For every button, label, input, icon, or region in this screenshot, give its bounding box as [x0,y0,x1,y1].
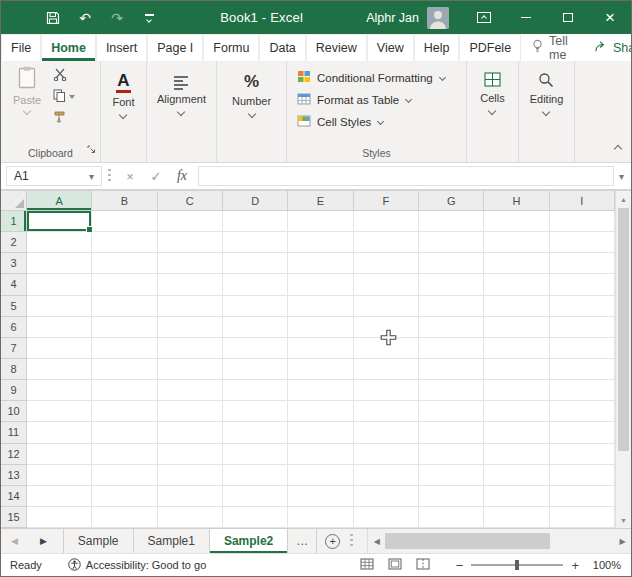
cell-B5[interactable] [92,296,157,317]
cell-A9[interactable] [27,380,92,401]
column-header-E[interactable]: E [288,191,353,211]
cell-E14[interactable] [288,486,353,507]
cell-F4[interactable] [354,274,419,295]
cell-H6[interactable] [484,317,549,338]
close-button[interactable]: × [589,1,631,34]
font-button[interactable]: A Font [112,66,134,118]
cell-G10[interactable] [419,401,484,422]
cell-E13[interactable] [288,465,353,486]
copy-button[interactable] [53,89,75,105]
tab-insert[interactable]: Insert [96,34,147,61]
sheet-tab-sample1[interactable]: Sample1 [134,529,210,553]
column-header-C[interactable]: C [158,191,223,211]
column-header-F[interactable]: F [354,191,419,211]
new-sheet-button[interactable]: + [325,529,340,553]
cell-C9[interactable] [158,380,223,401]
cell-I12[interactable] [550,444,615,465]
cell-G9[interactable] [419,380,484,401]
cell-E8[interactable] [288,359,353,380]
cell-B12[interactable] [92,444,157,465]
cell-H12[interactable] [484,444,549,465]
cell-H3[interactable] [484,253,549,274]
cell-H15[interactable] [484,507,549,528]
cell-F1[interactable] [354,211,419,232]
cell-G6[interactable] [419,317,484,338]
ribbon-display-options-button[interactable] [463,1,505,34]
cell-C14[interactable] [158,486,223,507]
horizontal-scrollbar[interactable]: ◀ ▶ [367,529,631,553]
cell-I7[interactable] [550,338,615,359]
cell-F15[interactable] [354,507,419,528]
zoom-out-button[interactable]: − [456,558,464,573]
column-header-A[interactable]: A [27,191,92,211]
cell-F6[interactable] [354,317,419,338]
paste-dropdown-icon[interactable] [23,107,31,115]
cell-C11[interactable] [158,422,223,443]
cell-B15[interactable] [92,507,157,528]
cell-H13[interactable] [484,465,549,486]
tab-file[interactable]: File [1,34,41,61]
cell-D5[interactable] [223,296,288,317]
page-break-view-icon[interactable] [416,558,430,572]
cell-G14[interactable] [419,486,484,507]
cell-A8[interactable] [27,359,92,380]
row-header-2[interactable]: 2 [1,232,27,253]
tab-review[interactable]: Review [306,34,367,61]
scroll-right-icon[interactable]: ▶ [614,537,631,546]
cell-A1[interactable] [27,211,92,232]
cell-F3[interactable] [354,253,419,274]
cell-C8[interactable] [158,359,223,380]
cell-F8[interactable] [354,359,419,380]
cell-A7[interactable] [27,338,92,359]
cell-H5[interactable] [484,296,549,317]
cell-B9[interactable] [92,380,157,401]
cell-G3[interactable] [419,253,484,274]
cell-I13[interactable] [550,465,615,486]
scroll-left-icon[interactable]: ◀ [368,537,385,546]
app-launcher-icon[interactable] [13,10,29,26]
cell-F10[interactable] [354,401,419,422]
column-header-H[interactable]: H [484,191,549,211]
vertical-scroll-track[interactable] [616,452,631,512]
cell-E1[interactable] [288,211,353,232]
cell-C6[interactable] [158,317,223,338]
cell-D2[interactable] [223,232,288,253]
redo-icon[interactable]: ↷ [109,10,125,26]
cell-C12[interactable] [158,444,223,465]
zoom-in-button[interactable]: + [571,558,579,573]
cell-I5[interactable] [550,296,615,317]
row-header-1[interactable]: 1 [1,211,27,232]
vertical-scroll-thumb[interactable] [618,208,629,451]
cell-G13[interactable] [419,465,484,486]
sheet-tab-overflow[interactable]: … [288,529,317,553]
cell-F2[interactable] [354,232,419,253]
cell-F7[interactable] [354,338,419,359]
zoom-slider[interactable] [471,564,563,566]
cell-F12[interactable] [354,444,419,465]
cell-D15[interactable] [223,507,288,528]
row-header-6[interactable]: 6 [1,317,27,338]
cell-A10[interactable] [27,401,92,422]
cell-F11[interactable] [354,422,419,443]
cell-G2[interactable] [419,232,484,253]
enter-button[interactable]: ✓ [143,163,169,189]
row-header-9[interactable]: 9 [1,380,27,401]
cell-B13[interactable] [92,465,157,486]
cell-styles-button[interactable]: Cell Styles [297,112,458,131]
cell-D8[interactable] [223,359,288,380]
row-header-8[interactable]: 8 [1,359,27,380]
cell-H2[interactable] [484,232,549,253]
cell-C3[interactable] [158,253,223,274]
formula-bar-drag-handle[interactable] [108,169,111,183]
cell-E4[interactable] [288,274,353,295]
cell-I6[interactable] [550,317,615,338]
sheet-tab-sample[interactable]: Sample [63,529,134,553]
cell-H4[interactable] [484,274,549,295]
customize-quick-access-icon[interactable] [141,10,157,26]
cell-B2[interactable] [92,232,157,253]
cell-A11[interactable] [27,422,92,443]
paste-button[interactable]: Paste [7,66,47,126]
cell-C15[interactable] [158,507,223,528]
cell-A6[interactable] [27,317,92,338]
cell-I4[interactable] [550,274,615,295]
